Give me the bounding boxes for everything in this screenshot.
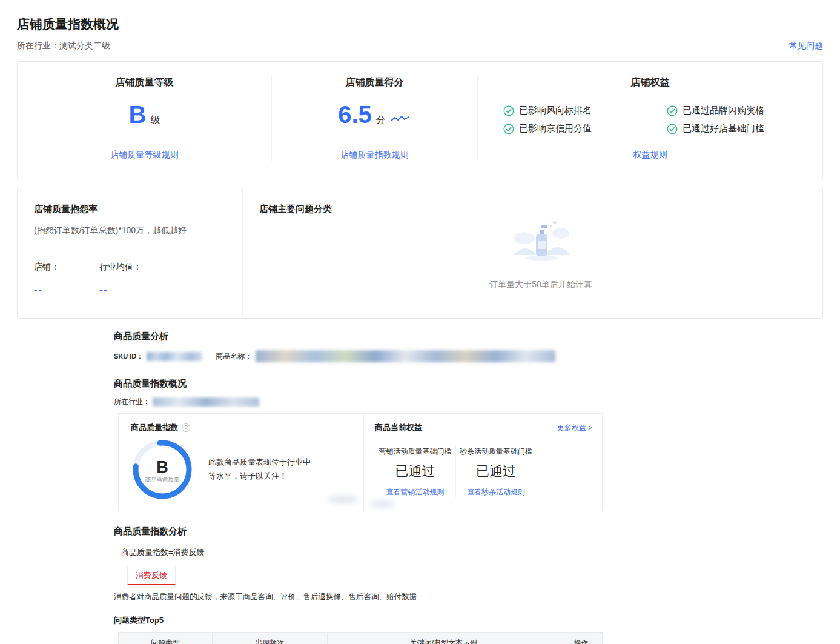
header-keywords: 关键词/典型文本示例 xyxy=(327,633,560,644)
problem-category-panel: 店铺主要问题分类 订单量大于50单后开始计算 xyxy=(243,188,822,318)
shop-stat-label: 店铺： xyxy=(34,262,59,273)
check-circle-icon xyxy=(667,105,678,116)
complaint-rate-formula: (抱怨订单数/订单总数)*100万，越低越好 xyxy=(34,225,230,236)
page: 店铺质量指数概况 所在行业：测试分类二级 常见问题 店铺质量等级 B 级 店铺质… xyxy=(0,0,840,644)
tab-consumer-feedback[interactable]: 消费反馈 xyxy=(127,566,176,585)
benefit-item: 已通过品牌闪购资格 xyxy=(667,105,797,116)
problem-category-title: 店铺主要问题分类 xyxy=(259,204,822,215)
benefit-label: 已影响风向标排名 xyxy=(519,105,592,116)
feedback-description: 消费者对商品质量问题的反馈，来源于商品咨询、评价、售后退换修、售后咨询、赔付数据 xyxy=(114,592,823,602)
product-analysis-title: 商品质量分析 xyxy=(114,331,823,342)
quality-index-header: 商品质量指数 ? xyxy=(131,422,363,433)
product-name-label: 商品名称： xyxy=(216,351,252,362)
current-benefits-title: 商品当前权益 xyxy=(375,422,422,433)
page-title: 店铺质量指数概况 xyxy=(17,16,823,33)
check-circle-icon xyxy=(503,105,514,116)
score-column: 店铺质量得分 6.5 分 店铺质量指数规则 xyxy=(272,76,478,161)
benefit-status: 已通过 xyxy=(375,462,455,480)
check-circle-icon xyxy=(503,124,514,134)
watermark-smudge xyxy=(327,496,359,503)
marketing-rule-link[interactable]: 查看营销活动规则 xyxy=(386,487,445,497)
top5-title: 问题类型Top5 xyxy=(114,615,823,626)
grade-column: 店铺质量等级 B 级 店铺质量等级规则 xyxy=(18,76,272,161)
complaint-card: 店铺质量抱怨率 (抱怨订单数/订单总数)*100万，越低越好 店铺： -- 行业… xyxy=(17,188,823,319)
product-index-title: 商品质量指数概况 xyxy=(114,378,823,390)
benefit-item: 已影响风向标排名 xyxy=(503,105,633,116)
benefits-title: 店铺权益 xyxy=(478,76,822,89)
product-industry-row: 所在行业： xyxy=(114,397,823,407)
benefit-columns: 营销活动质量基础门槛 已通过 查看营销活动规则 秒杀活动质量基础门槛 已通过 查… xyxy=(375,446,592,497)
product-industry-label: 所在行业： xyxy=(114,397,150,407)
benefits-rule-link[interactable]: 权益规则 xyxy=(633,150,667,161)
grade-rule-link[interactable]: 店铺质量等级规则 xyxy=(111,150,179,161)
shop-stat-value: -- xyxy=(34,285,59,296)
index-analysis-title: 商品质量指数分析 xyxy=(114,526,823,537)
benefits-grid: 已影响风向标排名 已通过品牌闪购资格 已影响京信用分值 已通过好店基础门槛 xyxy=(478,105,822,134)
header-frequency: 出现频次 xyxy=(212,633,327,644)
complaint-rate-title: 店铺质量抱怨率 xyxy=(34,204,230,215)
complaint-rate-panel: 店铺质量抱怨率 (抱怨订单数/订单总数)*100万，越低越好 店铺： -- 行业… xyxy=(18,188,243,318)
benefit-label: 已影响京信用分值 xyxy=(519,123,592,134)
grade-value-row: B 级 xyxy=(18,102,271,135)
redacted-sku-id xyxy=(147,352,202,361)
problem-type-table: 问题类型 出现频次 关键词/典型文本示例 操作 商品不满 1 时间显示不准。 反… xyxy=(118,632,603,644)
gauge-grade-value: B xyxy=(156,458,168,476)
info-icon[interactable]: ? xyxy=(182,423,190,432)
industry-value: 测试分类二级 xyxy=(59,41,110,50)
more-benefits-link[interactable]: 更多权益 > xyxy=(557,423,592,433)
grade-title: 店铺质量等级 xyxy=(18,76,271,89)
shop-stat: 店铺： -- xyxy=(34,262,59,296)
check-circle-icon xyxy=(667,124,678,134)
faq-link[interactable]: 常见问题 xyxy=(789,41,823,51)
score-value-row: 6.5 分 xyxy=(272,102,477,135)
industry-stat: 行业均值： -- xyxy=(99,262,142,296)
score-rule-link[interactable]: 店铺质量指数规则 xyxy=(341,150,409,161)
empty-state-illustration xyxy=(501,216,580,272)
complaint-stats: 店铺： -- 行业均值： -- xyxy=(34,262,230,296)
trend-sparkline-icon xyxy=(391,114,411,124)
benefit-name: 营销活动质量基础门槛 xyxy=(375,446,455,457)
quality-index-label: 商品质量指数 xyxy=(131,422,178,433)
benefit-label: 已通过品牌闪购资格 xyxy=(683,105,764,116)
sku-label: SKU ID： xyxy=(114,352,143,361)
industry-line: 所在行业：测试分类二级 xyxy=(17,41,110,51)
product-section: 商品质量分析 SKU ID： 商品名称： 商品质量指数概况 所在行业： 商品质量… xyxy=(114,331,823,644)
sub-header: 所在行业：测试分类二级 常见问题 xyxy=(17,41,823,51)
product-index-section: 商品质量指数概况 所在行业： 商品质量指数 ? B xyxy=(114,378,823,511)
industry-label: 所在行业： xyxy=(17,41,59,50)
product-quality-card: 商品质量指数 ? B 商品当前质量 此款商品质量表现位于行业中等水平，请予以关注… xyxy=(118,413,603,511)
benefit-status: 已通过 xyxy=(456,462,536,480)
empty-state-text: 订单量大于50单后开始计算 xyxy=(259,279,822,290)
benefit-item: 已影响京信用分值 xyxy=(503,123,633,134)
redacted-product-name xyxy=(256,350,555,362)
header-problem-type: 问题类型 xyxy=(119,633,213,644)
redacted-industry xyxy=(153,397,259,407)
current-benefits-panel: 商品当前权益 更多权益 > 营销活动质量基础门槛 已通过 查看营销活动规则 秒杀… xyxy=(364,414,602,511)
quality-index-panel: 商品质量指数 ? B 商品当前质量 此款商品质量表现位于行业中等水平，请予以关注… xyxy=(119,414,364,511)
industry-stat-label: 行业均值： xyxy=(99,262,142,273)
grade-unit: 级 xyxy=(150,114,160,127)
watermark-smudge xyxy=(371,500,395,508)
quality-gauge: B 商品当前质量 xyxy=(131,438,194,501)
flash-sale-benefit: 秒杀活动质量基础门槛 已通过 查看秒杀活动规则 xyxy=(455,446,536,497)
benefit-label: 已通过好店基础门槛 xyxy=(683,123,764,134)
gauge-grade-label: 商品当前质量 xyxy=(145,476,180,483)
empty-state: 订单量大于50单后开始计算 xyxy=(259,216,822,290)
header-action: 操作 xyxy=(560,633,603,644)
index-analysis-section: 商品质量指数分析 商品质量指数=消费反馈 消费反馈 消费者对商品质量问题的反馈，… xyxy=(114,526,823,644)
marketing-benefit: 营销活动质量基础门槛 已通过 查看营销活动规则 xyxy=(375,446,455,497)
gauge-row: B 商品当前质量 此款商品质量表现位于行业中等水平，请予以关注！ xyxy=(131,438,363,501)
benefit-name: 秒杀活动质量基础门槛 xyxy=(456,446,536,457)
flash-sale-rule-link[interactable]: 查看秒杀活动规则 xyxy=(467,487,525,497)
benefits-column: 店铺权益 已影响风向标排名 已通过品牌闪购资格 已影响京信用分值 已通过好店基础… xyxy=(478,76,822,161)
quality-description: 此款商品质量表现位于行业中等水平，请予以关注！ xyxy=(208,456,313,483)
sku-row: SKU ID： 商品名称： xyxy=(114,350,823,362)
industry-stat-value: -- xyxy=(99,285,142,296)
summary-card: 店铺质量等级 B 级 店铺质量等级规则 店铺质量得分 6.5 分 店铺质量指数规… xyxy=(17,61,823,179)
score-title: 店铺质量得分 xyxy=(272,76,477,89)
grade-value: B xyxy=(129,102,147,127)
table-header-row: 问题类型 出现频次 关键词/典型文本示例 操作 xyxy=(119,633,603,644)
index-formula: 商品质量指数=消费反馈 xyxy=(121,547,823,558)
current-benefits-header: 商品当前权益 更多权益 > xyxy=(375,422,592,433)
score-unit: 分 xyxy=(376,114,386,127)
